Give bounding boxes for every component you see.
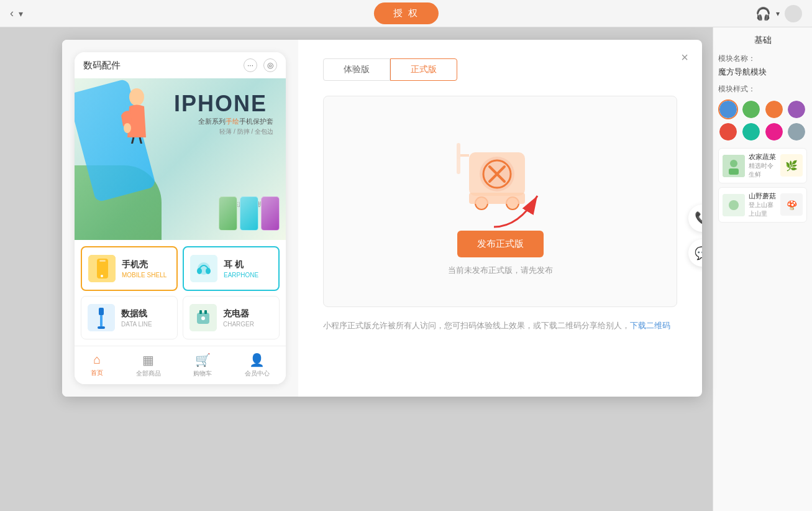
chevron-down-icon[interactable]: ▾ <box>19 9 23 19</box>
cat-thumb-1 <box>88 255 116 282</box>
nav-item-member[interactable]: 👤 会员中心 <box>245 352 270 378</box>
svg-rect-27 <box>199 310 202 314</box>
preview-area: 发布正式版 当前未发布正式版，请先发布 <box>323 96 677 307</box>
nav-item-home[interactable]: ⌂ 首页 <box>91 352 103 378</box>
svg-rect-28 <box>204 310 207 314</box>
more-icon[interactable]: ··· <box>244 58 257 72</box>
top-bar: ‹ ▾ 授 权 🎧 ▾ <box>0 0 812 27</box>
style-item-3[interactable] <box>764 99 784 119</box>
top-bar-right: 🎧 ▾ <box>755 5 802 22</box>
style-item-6[interactable] <box>741 122 761 142</box>
chevron-left-icon[interactable]: ‹ <box>10 7 14 20</box>
product-card-2: 山野蘑菇 登上山寨上山里 🍄 <box>718 187 807 223</box>
target-icon[interactable]: ◎ <box>263 58 277 72</box>
svg-point-20 <box>206 268 211 274</box>
style-item-5[interactable] <box>718 122 738 142</box>
cat-en-1: MOBILE SHELL <box>122 272 170 279</box>
error-illustration <box>450 134 550 221</box>
svg-point-29 <box>201 316 205 320</box>
product-thumb-right-2: 🍄 <box>780 193 803 217</box>
product-thumb-right-1: 🌿 <box>780 154 803 178</box>
banner-subtitle: 全新系列手绘手机保护套 轻薄 / 防摔 / 全包边 <box>198 117 273 136</box>
cat-en-4: CHARGER <box>223 321 273 328</box>
category-item-1[interactable]: 手机壳 MOBILE SHELL <box>81 246 178 291</box>
tab-trial[interactable]: 体验版 <box>323 58 390 81</box>
style-item-7[interactable] <box>764 122 784 142</box>
category-item-2[interactable]: 耳 机 EARPHONE <box>183 246 280 291</box>
nav-label-products: 全部商品 <box>136 369 161 378</box>
home-icon: ⌂ <box>93 352 101 367</box>
nav-item-cart[interactable]: 🛒 购物车 <box>193 352 212 378</box>
right-panel: 基础 模块名称： 魔方导航模块 模块样式： 农家蔬菜 精选时令生鲜 🌿 山野蘑菇… <box>713 27 812 511</box>
product-name-2: 山野蘑菇 <box>749 191 777 201</box>
product-card-1: 农家蔬菜 精选时令生鲜 🌿 <box>718 148 807 183</box>
product-thumb-2 <box>723 194 745 216</box>
user-avatar <box>785 5 802 22</box>
cat-thumb-3 <box>88 304 115 331</box>
module-style-label: 模块样式： <box>718 84 807 94</box>
svg-point-1 <box>730 160 737 167</box>
phone-header: 数码配件 ··· ◎ <box>75 52 286 78</box>
content-panel: × 体验版 正式版 <box>298 40 702 397</box>
main-dialog: 数码配件 ··· ◎ <box>62 40 702 397</box>
category-item-4[interactable]: 充电器 CHARGER <box>183 296 280 339</box>
no-publish-text: 当前未发布正式版，请先发布 <box>448 265 553 276</box>
topbar-chevron-icon[interactable]: ▾ <box>776 9 780 18</box>
cat-info-1: 手机壳 MOBILE SHELL <box>122 259 170 279</box>
banner-subtitle-main: 全新系列手绘手机保护套 <box>198 117 273 126</box>
svg-rect-24 <box>98 326 105 329</box>
cat-en-3: DATA LINE <box>121 321 171 328</box>
product-info-1: 农家蔬菜 精选时令生鲜 <box>749 152 777 179</box>
publish-official-button[interactable]: 发布正式版 <box>457 231 544 257</box>
product-desc-2: 登上山寨上山里 <box>749 201 777 218</box>
member-icon: 👤 <box>249 352 265 367</box>
nav-item-products[interactable]: ▦ 全部商品 <box>136 352 161 378</box>
close-button[interactable]: × <box>676 48 693 66</box>
style-item-4[interactable] <box>787 99 806 119</box>
info-text-content: 小程序正式版允许被所有人访问，您可扫码体验线上效果，或下载二维码分享给别人 <box>323 321 622 330</box>
svg-rect-2 <box>729 168 739 175</box>
category-grid: 手机壳 MOBILE SHELL <box>75 240 286 346</box>
tab-official[interactable]: 正式版 <box>390 58 457 81</box>
product-desc-1: 精选时令生鲜 <box>749 162 777 179</box>
cat-info-3: 数据线 DATA LINE <box>121 308 171 328</box>
style-item-8[interactable] <box>787 122 806 142</box>
top-bar-left: ‹ ▾ <box>10 7 23 20</box>
banner-person <box>112 81 162 144</box>
phone-nav: ⌂ 首页 ▦ 全部商品 🛒 购物车 👤 会员中心 <box>75 346 286 384</box>
phone-header-icons: ··· ◎ <box>244 58 277 72</box>
cart-icon: 🛒 <box>195 352 211 367</box>
category-item-3[interactable]: 数据线 DATA LINE <box>81 296 178 339</box>
product-name-1: 农家蔬菜 <box>749 152 777 162</box>
product-thumb-1 <box>723 155 745 177</box>
svg-text:🍄: 🍄 <box>787 200 798 211</box>
products-icon: ▦ <box>142 352 154 367</box>
cat-name-2: 耳 机 <box>224 259 272 270</box>
headphone-icon[interactable]: 🎧 <box>755 6 771 21</box>
svg-point-6 <box>729 200 739 210</box>
phone-mockup: 数码配件 ··· ◎ <box>75 52 286 384</box>
module-name-value: 魔方导航模块 <box>718 67 807 78</box>
svg-rect-31 <box>457 143 460 174</box>
svg-rect-22 <box>99 308 104 315</box>
svg-line-12 <box>140 137 143 144</box>
red-arrow-svg <box>488 183 550 233</box>
style-item-1[interactable] <box>718 99 738 119</box>
style-item-2[interactable] <box>741 99 761 119</box>
svg-point-10 <box>124 123 131 133</box>
svg-rect-23 <box>100 315 103 326</box>
module-name-label: 模块名称： <box>718 53 807 64</box>
banner-cases-row <box>219 196 280 231</box>
banner-iphone-text: IPHONE <box>174 91 267 117</box>
download-qrcode-link[interactable]: 下载二维码 <box>630 321 670 330</box>
top-bar-center: 授 权 <box>373 2 438 24</box>
cat-thumb-2 <box>190 255 217 282</box>
style-grid <box>718 99 807 142</box>
phone-banner: IPHONE 全新系列手绘手机保护套 轻薄 / 防摔 / 全包边 做有态度的手机… <box>75 78 286 240</box>
phone-preview-panel: 数码配件 ··· ◎ <box>62 40 298 397</box>
cat-name-4: 充电器 <box>223 308 273 320</box>
nav-label-cart: 购物车 <box>193 369 212 378</box>
cat-thumb-4 <box>189 304 217 331</box>
right-panel-title: 基础 <box>718 35 807 46</box>
authorize-button[interactable]: 授 权 <box>373 2 438 24</box>
